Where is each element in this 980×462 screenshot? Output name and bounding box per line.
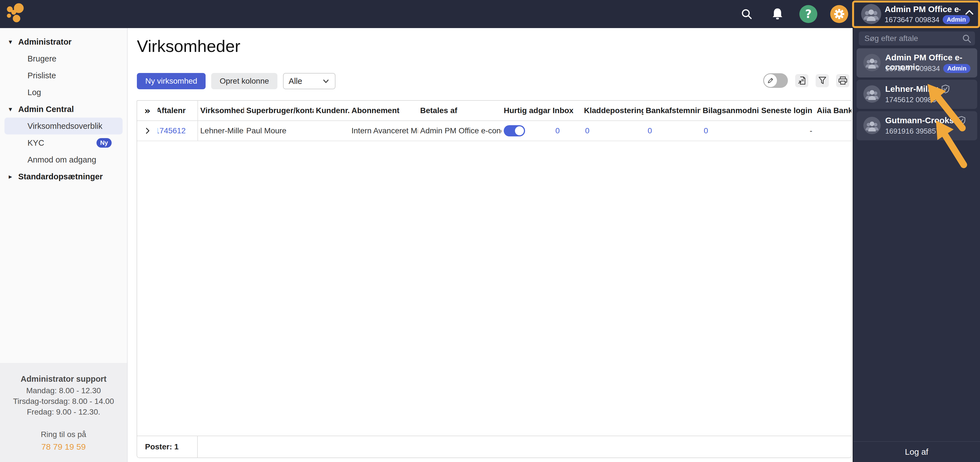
account-item-gutmann-crooks[interactable]: Gutmann-Crooks 1691916 395857 — [857, 111, 977, 140]
current-account-number: 1673647 009834 — [885, 16, 939, 24]
table-row: 1745612 Lehner-Miller Paul Moure Intern … — [137, 121, 852, 141]
inbox-count-link[interactable]: 0 — [555, 126, 560, 135]
sidebar-item-brugere[interactable]: Brugere — [0, 50, 127, 67]
agreement-search-input[interactable] — [859, 32, 975, 45]
col-header-abonnement[interactable]: Abonnement — [349, 101, 418, 120]
kladdeposteringer-count-link[interactable]: 0 — [585, 126, 590, 135]
col-header-kladdeposteringer[interactable]: Kladdeposteringer — [582, 101, 643, 120]
col-header-seneste-login[interactable]: Seneste login — [759, 101, 815, 120]
edit-mode-toggle[interactable] — [763, 73, 788, 88]
avatar — [863, 117, 881, 134]
record-count: Poster: 1 — [137, 436, 198, 457]
verified-shield-icon — [941, 84, 950, 94]
double-chevron-icon: » — [145, 105, 151, 116]
notifications-bell-icon[interactable] — [768, 5, 786, 23]
col-header-betales-af[interactable]: Betales af — [418, 101, 501, 120]
companies-table: » Aftalenr Virksomhed Superbruger/kontak… — [137, 100, 852, 458]
account-item-admin-pm-office[interactable]: Admin PM Office e-conomic 1673647 009834… — [857, 48, 977, 78]
filter-select[interactable]: Alle — [283, 73, 336, 89]
col-header-inbox[interactable]: Inbox — [550, 101, 582, 120]
col-header-superbruger[interactable]: Superbruger/kontakt — [244, 101, 313, 120]
expand-all-header[interactable]: » — [137, 101, 158, 120]
quick-access-toggle[interactable] — [504, 125, 525, 136]
support-hours-monday: Mandag: 8.00 - 12.30 — [0, 386, 127, 396]
support-hours-tue-thu: Tirsdag-torsdag: 8.00 - 14.00 — [0, 396, 127, 407]
funnel-icon — [818, 76, 827, 85]
sidebar-section-admin-central[interactable]: ▾ Admin Central — [0, 101, 127, 118]
agreement-search — [859, 32, 975, 45]
sidebar-section-standardopsaetninger[interactable]: ▸ Standardopsætninger — [0, 168, 127, 185]
search-icon[interactable] — [962, 34, 972, 43]
account-panel: Admin PM Office e-c... 1673647 009834 Ad… — [853, 0, 980, 462]
cell-aiia — [815, 121, 852, 141]
col-header-hurtig-adgang[interactable]: Hurtig adgang — [501, 101, 550, 120]
triangle-down-icon: ▾ — [9, 105, 18, 113]
avatar — [863, 54, 881, 71]
export-button[interactable] — [795, 74, 808, 87]
verified-shield-icon — [957, 116, 966, 125]
support-hours-friday: Fredag: 9.00 - 12.30. — [0, 407, 127, 417]
triangle-down-icon: ▾ — [9, 38, 18, 46]
col-header-bilagsanmodning[interactable]: Bilagsanmodning — [700, 101, 759, 120]
cell-abonnement: Intern Avanceret Mikro — [349, 121, 418, 141]
section-label: Standardopsætninger — [18, 172, 103, 181]
chevron-down-icon — [322, 77, 330, 85]
print-button[interactable] — [836, 74, 849, 87]
pencil-icon — [767, 77, 774, 84]
sidebar-item-kyc[interactable]: KYC Ny — [0, 134, 127, 151]
support-title: Administrator support — [0, 374, 127, 384]
support-call-label: Ring til os på — [0, 429, 127, 440]
section-label: Admin Central — [18, 105, 74, 114]
chevron-up-icon[interactable] — [964, 9, 974, 16]
page-title: Virksomheder — [137, 37, 240, 56]
sidebar-item-anmod-om-adgang[interactable]: Anmod om adgang — [0, 151, 127, 168]
triangle-right-icon: ▸ — [9, 173, 18, 180]
search-icon[interactable] — [738, 5, 756, 23]
question-mark-icon: ? — [805, 8, 811, 21]
admin-badge: Admin — [943, 15, 970, 24]
sidebar-item-log[interactable]: Log — [0, 84, 127, 101]
col-header-kundenr[interactable]: Kundenr. — [313, 101, 349, 120]
new-company-button[interactable]: Ny virksomhed — [137, 73, 205, 89]
filter-button[interactable] — [816, 74, 829, 87]
main-content: Virksomheder Ny virksomhed Opret kolonne… — [127, 28, 853, 462]
admin-badge: Admin — [943, 64, 970, 73]
account-item-lehner-miller[interactable]: Lehner-Miller 1745612 009834 — [857, 80, 977, 109]
gear-icon — [833, 8, 845, 20]
logout-button[interactable]: Log af — [853, 441, 980, 462]
current-account-name: Admin PM Office e-c... — [885, 5, 960, 14]
col-header-aiia-bankintegration[interactable]: Aiia Bankinteg — [815, 101, 852, 120]
bilagsanmodning-count-link[interactable]: 0 — [704, 126, 708, 135]
create-column-button[interactable]: Opret kolonne — [211, 73, 277, 89]
help-button[interactable]: ? — [799, 5, 817, 23]
support-info-box: Administrator support Mandag: 8.00 - 12.… — [0, 363, 127, 462]
left-sidebar: ▾ Administrator Brugere Prisliste Log ▾ … — [0, 28, 127, 462]
section-label: Administrator — [18, 37, 72, 46]
account-menu-header[interactable]: Admin PM Office e-c... 1673647 009834 Ad… — [853, 0, 980, 29]
sidebar-item-prisliste[interactable]: Prisliste — [0, 67, 127, 84]
bankafstemning-count-link[interactable]: 0 — [648, 126, 652, 135]
avatar — [863, 85, 881, 103]
avatar — [861, 4, 881, 24]
row-expand-button[interactable] — [137, 121, 158, 141]
col-header-aftalenr[interactable]: Aftalenr — [158, 101, 198, 120]
table-header-row: » Aftalenr Virksomhed Superbruger/kontak… — [137, 101, 852, 121]
printer-icon — [838, 76, 848, 85]
settings-gear-button[interactable] — [830, 5, 848, 23]
chevron-right-icon — [145, 127, 151, 134]
support-phone-number[interactable]: 78 79 19 59 — [0, 441, 127, 452]
e-conomic-logo-icon[interactable] — [7, 2, 33, 26]
top-bar: ? — [0, 0, 980, 28]
new-badge: Ny — [97, 138, 111, 148]
cell-superbruger: Paul Moure — [244, 121, 313, 141]
sidebar-section-administrator[interactable]: ▾ Administrator — [0, 33, 127, 50]
agreement-number-link[interactable]: 1745612 — [158, 126, 186, 135]
col-header-bankafstemning[interactable]: Bankafstemning — [643, 101, 700, 120]
table-footer: Poster: 1 — [137, 436, 851, 457]
sidebar-item-virksomhedsoverblik[interactable]: Virksomhedsoverblik — [5, 118, 123, 134]
export-document-icon — [797, 76, 807, 85]
cell-virksomhed: Lehner-Miller — [198, 121, 244, 141]
col-header-virksomhed[interactable]: Virksomhed — [198, 101, 244, 120]
cell-seneste-login: - — [759, 121, 815, 141]
filter-select-value: Alle — [289, 76, 302, 86]
